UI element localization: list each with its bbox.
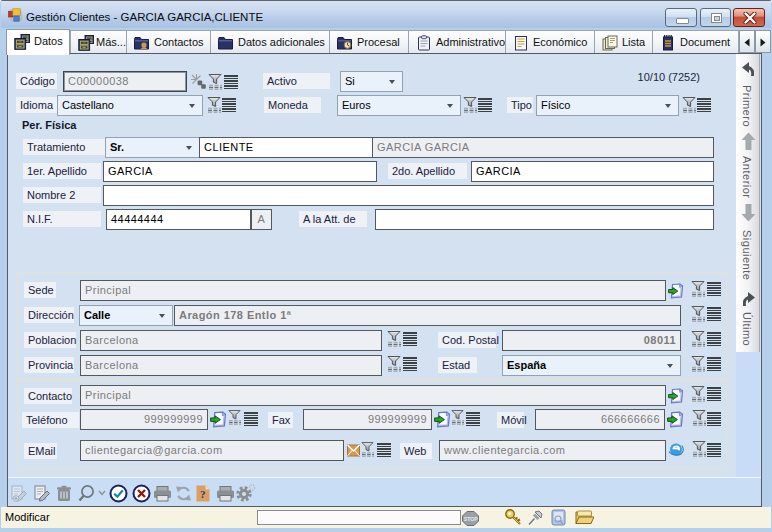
svg-text:STOP: STOP bbox=[464, 515, 479, 521]
svg-text:?: ? bbox=[200, 488, 206, 500]
